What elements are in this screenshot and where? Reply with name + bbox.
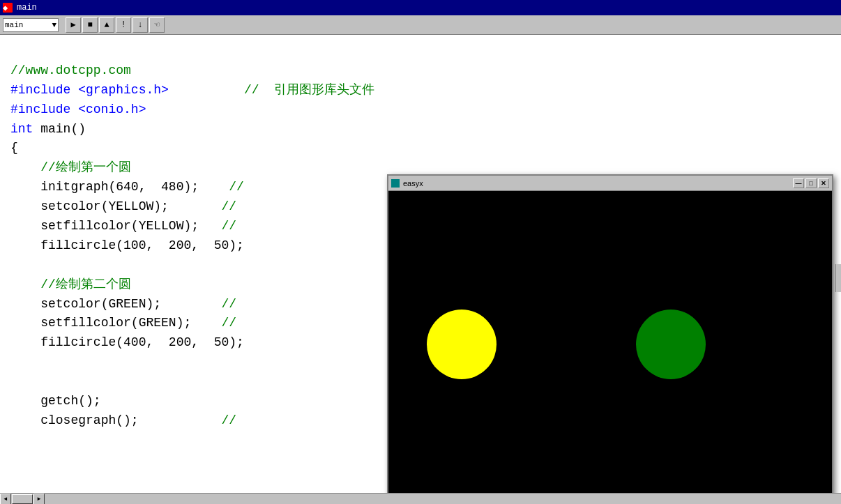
title-bar-title: main — [17, 3, 838, 13]
toolbar-btn-6[interactable]: ☜ — [149, 17, 165, 33]
title-bar-icon: ◆ — [3, 3, 13, 13]
yellow-circle — [427, 310, 497, 379]
scroll-right-arrow[interactable]: ► — [33, 494, 45, 505]
toolbar-btn-4[interactable]: ! — [116, 17, 131, 33]
toolbar-btn-3[interactable]: ▲ — [99, 17, 114, 33]
easyx-canvas — [388, 191, 832, 493]
horizontal-scrollbar[interactable]: ◄ ► — [0, 493, 841, 504]
easyx-titlebar: easyx — □ ✕ — [388, 176, 832, 191]
editor-area[interactable]: //www.dotcpp.com #include <graphics.h> /… — [0, 35, 841, 493]
easyx-titlebar-title: easyx — [403, 179, 793, 188]
easyx-maximize-button[interactable]: □ — [805, 178, 817, 188]
toolbar-btn-1[interactable]: ▶ — [66, 17, 81, 33]
easyx-minimize-button[interactable]: — — [793, 178, 804, 188]
easyx-close-button[interactable]: ✕ — [818, 178, 829, 188]
easyx-titlebar-icon — [391, 179, 400, 188]
toolbar-btn-2[interactable]: ■ — [82, 17, 98, 33]
toolbar-btn-5[interactable]: ↓ — [132, 17, 148, 33]
right-edge-indicator — [835, 264, 841, 292]
toolbar: main ▼ ▶ ■ ▲ ! ↓ ☜ — [0, 15, 841, 35]
scrollbar-thumb[interactable] — [12, 494, 33, 504]
toolbar-dropdown-label: main — [5, 21, 23, 29]
easyx-controls: — □ ✕ — [793, 178, 829, 188]
chevron-down-icon: ▼ — [52, 21, 56, 29]
toolbar-dropdown[interactable]: main ▼ — [3, 18, 59, 32]
arrow-right-icon: ► — [38, 496, 41, 502]
title-bar: ◆ main — [0, 0, 841, 15]
arrow-left-icon: ◄ — [4, 496, 8, 502]
scroll-left-arrow[interactable]: ◄ — [0, 494, 11, 505]
ide-window: ◆ main main ▼ ▶ ■ ▲ ! ↓ ☜ //www.dotcpp.c… — [0, 0, 841, 504]
easyx-window: easyx — □ ✕ — [387, 174, 833, 493]
green-circle — [636, 310, 706, 379]
